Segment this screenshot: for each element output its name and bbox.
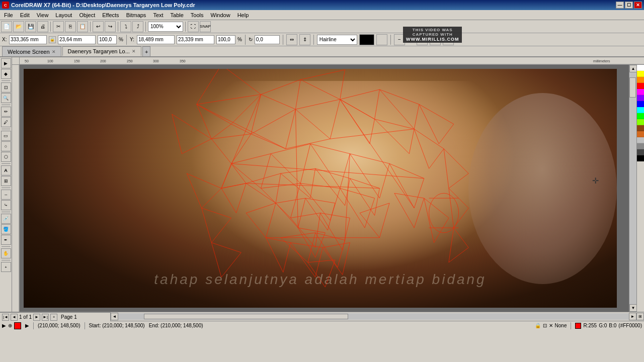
zoom-tool[interactable]: 🔍 bbox=[1, 93, 11, 103]
palette-color-cyan[interactable] bbox=[637, 107, 644, 113]
w-pct-input[interactable] bbox=[98, 35, 117, 44]
rectangle-tool[interactable]: ▭ bbox=[1, 131, 11, 141]
tab-daenerys[interactable]: Daenerys Targaryen Lo... ✕ bbox=[62, 46, 141, 56]
palette-color-lime[interactable] bbox=[637, 119, 644, 125]
menu-object[interactable]: Object bbox=[76, 11, 98, 19]
save-button[interactable]: 💾 bbox=[25, 21, 36, 32]
scroll-track-v[interactable] bbox=[629, 72, 636, 304]
copy-button[interactable]: ⎘ bbox=[65, 21, 76, 32]
palette-color-brown[interactable] bbox=[637, 125, 644, 131]
palette-color-gray[interactable] bbox=[637, 143, 644, 149]
menu-text[interactable]: Text bbox=[150, 11, 166, 19]
fill-tool[interactable]: 🪣 bbox=[1, 224, 11, 234]
scroll-corner-btn[interactable]: ⊞ bbox=[636, 313, 644, 320]
table-tool[interactable]: ⊞ bbox=[1, 176, 11, 186]
node-tool[interactable]: ◆ bbox=[1, 69, 11, 79]
palette-color-black[interactable] bbox=[637, 155, 644, 161]
app-logo: C bbox=[2, 2, 9, 9]
menu-effects[interactable]: Effects bbox=[99, 11, 122, 19]
y-input[interactable] bbox=[137, 35, 175, 44]
palette-color-blue[interactable] bbox=[637, 101, 644, 107]
cut-button[interactable]: ✂ bbox=[53, 21, 64, 32]
import-button[interactable]: ⤵ bbox=[120, 21, 131, 32]
lock-ratio-btn[interactable]: 🔒 bbox=[49, 36, 56, 43]
title-bar-controls[interactable]: — ☐ ✕ bbox=[616, 2, 642, 9]
w-input[interactable] bbox=[58, 35, 96, 44]
outline-end-btn[interactable] bbox=[376, 34, 387, 45]
hand-tool[interactable]: ✋ bbox=[1, 248, 11, 258]
zoom-dropdown[interactable]: 100% 75% 50% 150% 200% bbox=[148, 22, 183, 32]
full-screen-btn[interactable]: ⛶ bbox=[188, 21, 199, 32]
print-button[interactable]: 🖨 bbox=[37, 21, 48, 32]
page-last-btn[interactable]: ►| bbox=[42, 314, 49, 321]
scroll-up-arrow[interactable]: ▲ bbox=[629, 65, 637, 72]
freehand-tool[interactable]: ✏ bbox=[1, 107, 11, 117]
ellipse-tool[interactable]: ○ bbox=[1, 141, 11, 151]
add-page-btn[interactable]: + bbox=[1, 262, 11, 272]
menu-window[interactable]: Window bbox=[208, 11, 233, 19]
eyedropper-tool[interactable]: 💉 bbox=[1, 214, 11, 224]
menu-help[interactable]: Help bbox=[234, 11, 252, 19]
add-page-nav-btn[interactable]: + bbox=[50, 314, 57, 321]
text-tool[interactable]: A bbox=[1, 165, 11, 175]
palette-color-white[interactable] bbox=[637, 65, 644, 71]
smart-draw-tool[interactable]: 🖊 bbox=[1, 117, 11, 127]
hscroll-left-arrow[interactable]: ◄ bbox=[111, 313, 118, 320]
crop-tool[interactable]: ⊡ bbox=[1, 82, 11, 93]
close-button[interactable]: ✕ bbox=[634, 2, 642, 9]
palette-color-purple[interactable] bbox=[637, 95, 644, 101]
hscroll-right-arrow[interactable]: ► bbox=[629, 313, 636, 320]
status-fill-color[interactable] bbox=[14, 322, 21, 329]
palette-color-green[interactable] bbox=[637, 113, 644, 119]
menu-layout[interactable]: Layout bbox=[52, 11, 75, 19]
page-next-btn[interactable]: ► bbox=[33, 314, 40, 321]
scroll-thumb-v[interactable] bbox=[629, 77, 636, 98]
menu-bitmaps[interactable]: Bitmaps bbox=[123, 11, 149, 19]
mirror-v-btn[interactable]: ⇕ bbox=[299, 34, 310, 45]
new-button[interactable]: 📄 bbox=[1, 21, 12, 32]
angle-input[interactable] bbox=[255, 35, 280, 44]
tab-welcome-close[interactable]: ✕ bbox=[52, 49, 56, 54]
status-play-btn[interactable]: ▶ bbox=[25, 323, 29, 328]
canvas-area[interactable]: tahap selanjutnya adalah mertiap bidang … bbox=[20, 65, 629, 312]
hscroll-track[interactable] bbox=[118, 313, 629, 320]
tab-daenerys-close[interactable]: ✕ bbox=[132, 49, 136, 54]
palette-color-yellow[interactable] bbox=[637, 71, 644, 77]
h-pct-input[interactable] bbox=[216, 35, 235, 44]
menu-view[interactable]: View bbox=[34, 11, 52, 19]
x-input[interactable] bbox=[9, 35, 47, 44]
redo-button[interactable]: ↪ bbox=[105, 21, 116, 32]
undo-button[interactable]: ↩ bbox=[93, 21, 104, 32]
outline-dropdown[interactable]: Hairline 0.5pt 1pt 2pt bbox=[317, 35, 357, 45]
tab-welcome[interactable]: Welcome Screen ✕ bbox=[2, 46, 61, 56]
tab-add[interactable]: + bbox=[142, 46, 150, 56]
snap-btn[interactable]: SNAP bbox=[200, 21, 211, 32]
dimension-tool[interactable]: ↔ bbox=[1, 190, 11, 200]
mirror-h-btn[interactable]: ⇔ bbox=[286, 34, 297, 45]
open-button[interactable]: 📂 bbox=[13, 21, 24, 32]
page-first-btn[interactable]: |◄ bbox=[2, 314, 9, 321]
palette-color-magenta[interactable] bbox=[637, 89, 644, 95]
palette-color-red[interactable] bbox=[637, 83, 644, 89]
h-input[interactable] bbox=[177, 35, 214, 44]
paste-button[interactable]: 📋 bbox=[77, 21, 88, 32]
polygon-tool[interactable]: ⬡ bbox=[1, 152, 11, 162]
outline-tool[interactable]: ✒ bbox=[1, 235, 11, 245]
palette-color-orange[interactable] bbox=[637, 77, 644, 83]
menu-edit[interactable]: Edit bbox=[17, 11, 33, 19]
maximize-button[interactable]: ☐ bbox=[625, 2, 633, 9]
menu-file[interactable]: File bbox=[1, 11, 16, 19]
scroll-down-arrow[interactable]: ▼ bbox=[629, 304, 637, 312]
connector-tool[interactable]: ⤷ bbox=[1, 200, 11, 210]
export-button[interactable]: ⤴ bbox=[132, 21, 143, 32]
hscroll-thumb[interactable] bbox=[144, 314, 348, 319]
palette-color-darkgray[interactable] bbox=[637, 149, 644, 155]
menu-tools[interactable]: Tools bbox=[188, 11, 207, 19]
page-prev-btn[interactable]: ◄ bbox=[11, 314, 18, 321]
select-tool[interactable]: ▶ bbox=[1, 58, 11, 68]
palette-color-silver[interactable] bbox=[637, 137, 644, 143]
minimize-button[interactable]: — bbox=[616, 2, 624, 9]
menu-table[interactable]: Table bbox=[168, 11, 187, 19]
outline-color-btn[interactable] bbox=[359, 34, 374, 45]
palette-color-tan[interactable] bbox=[637, 131, 644, 137]
